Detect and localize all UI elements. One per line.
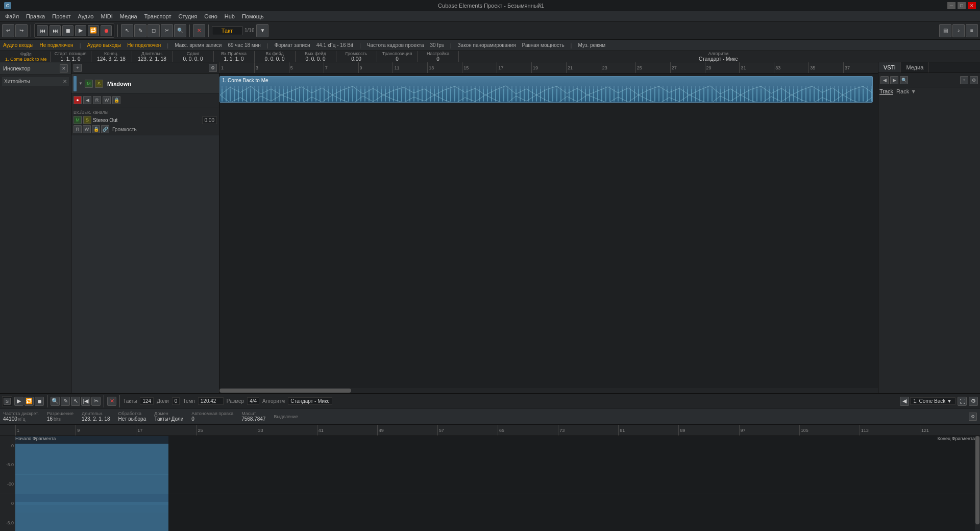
toolbar-forward-button[interactable]: ⏭	[50, 25, 61, 36]
menu-file[interactable]: Файл	[2, 12, 22, 20]
mixer-button[interactable]: ▤	[939, 24, 951, 37]
io-link-button[interactable]: 🔗	[101, 125, 109, 133]
editor-play-btn[interactable]: ▶	[14, 397, 23, 406]
zoom-tool-button[interactable]: 🔍	[174, 24, 186, 37]
minimize-button[interactable]: ─	[947, 2, 955, 9]
menu-midi[interactable]: MIDI	[97, 12, 115, 20]
volume-pos-group[interactable]: Громкость 0.00	[336, 51, 377, 62]
track-settings-button[interactable]: ⚙	[209, 64, 217, 72]
editor-prev-clip-btn[interactable]: ◀	[900, 397, 909, 406]
media-tab[interactable]: Медиа	[901, 62, 929, 73]
audio-clip[interactable]: 1. Come Back to Me	[219, 76, 873, 103]
editor-settings-btn[interactable]: ⚙	[969, 397, 978, 406]
mute-button[interactable]: M	[85, 80, 93, 88]
editor-select-btn[interactable]: ↖	[71, 397, 80, 406]
right-panel-next-btn[interactable]: ▶	[890, 76, 898, 84]
timeline-scrollbar-thumb[interactable]	[219, 389, 351, 393]
editor-split-btn[interactable]: ✂	[91, 397, 101, 406]
toolbar-play-button[interactable]: ▶	[75, 25, 86, 36]
audio-outputs-label[interactable]: Аудио выходы	[87, 42, 121, 48]
menu-media[interactable]: Медиа	[117, 12, 140, 20]
hitpoints-close[interactable]: ✕	[63, 79, 67, 84]
editor-scrollbar-v[interactable]	[975, 436, 980, 531]
length-pos-group[interactable]: Длительн. 123. 2. 1. 18	[132, 51, 173, 62]
erase-tool-button[interactable]: ◻	[148, 24, 160, 37]
menu-transport[interactable]: Транспорт	[141, 12, 175, 20]
track-fold-btn[interactable]: ▼	[79, 81, 83, 86]
redo-button[interactable]: ↪	[15, 24, 28, 37]
io-r-button[interactable]: R	[74, 125, 82, 133]
snap-options-button[interactable]: ▼	[256, 24, 268, 37]
maximize-button[interactable]: □	[958, 2, 966, 9]
automation-write-button[interactable]: W	[103, 96, 111, 104]
hitpoints-row[interactable]: Хитпойнты ✕	[2, 77, 69, 86]
offset-pos-group[interactable]: Сдвиг 0. 0. 0. 0	[173, 51, 214, 62]
right-panel-more-btn[interactable]: ⚙	[970, 76, 978, 84]
lock-button[interactable]: 🔒	[112, 96, 120, 104]
editor-trim-btn[interactable]: |◀	[81, 397, 90, 406]
menu-project[interactable]: Проект	[49, 12, 74, 20]
draw-tool-button[interactable]: ✎	[134, 24, 146, 37]
editor-snap-btn[interactable]: ✕	[107, 397, 116, 406]
editor-algorithm-value[interactable]: Стандарт - Микс	[288, 397, 332, 405]
io-volume-value[interactable]: 0.00	[202, 116, 217, 124]
end-pos-group[interactable]: Конец. 124. 3. 2. 18	[91, 51, 132, 62]
time-sig-display[interactable]: Такт	[212, 26, 242, 35]
menu-studio[interactable]: Студия	[175, 12, 200, 20]
inspector-close-btn[interactable]: ✕	[60, 64, 68, 73]
size-value[interactable]: 4/4	[247, 397, 259, 405]
editor-info-settings-btn[interactable]: ⚙	[969, 413, 977, 421]
undo-button[interactable]: ↩	[2, 24, 14, 37]
not-connected-1[interactable]: Не подключен	[40, 42, 74, 48]
editor-record-btn[interactable]: ⏺	[35, 397, 44, 406]
editor-fullscreen-btn[interactable]: ⛶	[958, 397, 967, 406]
automation-read-button[interactable]: R	[93, 96, 101, 104]
close-button[interactable]: ✕	[968, 2, 976, 9]
add-track-button[interactable]: +	[74, 64, 82, 72]
editor-ruler[interactable]: 191725334149576573818997105113121	[0, 425, 980, 436]
rack-label[interactable]: Rack ▼	[896, 88, 916, 95]
toolbar-record-button[interactable]: ⏺	[101, 25, 112, 36]
cut-tool-button[interactable]: ✂	[161, 24, 173, 37]
audio-inputs-label[interactable]: Аудио входы	[3, 42, 34, 48]
rack-dropdown-icon[interactable]: ▼	[911, 88, 916, 94]
io-w-button[interactable]: W	[83, 125, 91, 133]
monitor-button[interactable]: ◀	[83, 96, 91, 104]
menu-window[interactable]: Окно	[201, 12, 220, 20]
start-pos-group[interactable]: Старт. позиция 1. 1. 1. 0	[51, 51, 91, 62]
beats-value[interactable]: 0	[172, 397, 180, 405]
solo-button[interactable]: S	[95, 80, 103, 88]
editor-zoom-in-btn[interactable]: 🔍	[51, 397, 60, 406]
io-mute-button[interactable]: M	[74, 116, 82, 124]
empty-track-area[interactable]	[219, 109, 878, 388]
timeline-ruler[interactable]: 135791113151719212325272931333537	[219, 62, 878, 74]
tuning-group[interactable]: Настройка 0	[418, 51, 459, 62]
editor-loop-btn[interactable]: 🔁	[24, 397, 34, 406]
toolbar-cycle-button[interactable]: 🔁	[88, 25, 99, 36]
snap-button[interactable]: ✕	[193, 24, 205, 37]
in-field-group[interactable]: Вх фейд 0. 0. 0. 0	[255, 51, 296, 62]
entry-pos-group[interactable]: Вх.Приёмка 1. 1. 1. 0	[214, 51, 255, 62]
toolbar-stop-button[interactable]: ⏹	[62, 25, 74, 36]
track-label[interactable]: Track	[879, 88, 893, 95]
instruments-button[interactable]: ♪	[952, 24, 965, 37]
record-enable-button[interactable]: ●	[74, 96, 82, 104]
out-field-group[interactable]: Вых фейд 0. 0. 0. 0	[296, 51, 336, 62]
transpose-group[interactable]: Транспозиция 0	[377, 51, 418, 62]
menu-help[interactable]: Помощь	[239, 12, 267, 20]
timeline-scrollbar-h[interactable]	[219, 388, 878, 393]
editor-draw-btn[interactable]: ✎	[61, 397, 70, 406]
not-connected-2[interactable]: Не подключен	[127, 42, 161, 48]
effects-button[interactable]: ≡	[966, 24, 978, 37]
toolbar-rewind-button[interactable]: ⏮	[37, 25, 48, 36]
bars-value[interactable]: 124	[140, 397, 154, 405]
tempo-value[interactable]: 120.42	[198, 397, 224, 405]
right-panel-add-btn[interactable]: +	[960, 76, 968, 84]
menu-edit[interactable]: Правка	[23, 12, 48, 20]
io-lock-button[interactable]: 🔒	[92, 125, 100, 133]
select-tool-button[interactable]: ↖	[121, 24, 133, 37]
editor-scrollbar-thumb-v[interactable]	[975, 436, 979, 524]
menu-audio[interactable]: Аудио	[75, 12, 96, 20]
io-solo-button[interactable]: S	[83, 116, 91, 124]
right-panel-prev-btn[interactable]: ◀	[880, 76, 889, 84]
